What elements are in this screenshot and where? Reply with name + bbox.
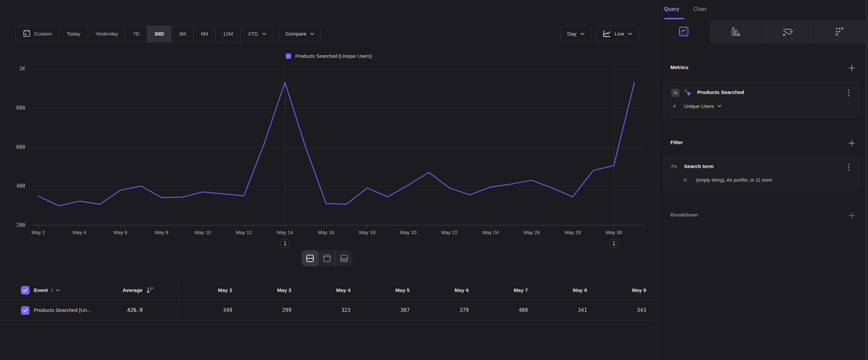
tab-query[interactable]: Query <box>664 6 679 12</box>
cell-value: 400 <box>469 300 528 320</box>
chart-only-view-button[interactable] <box>319 250 336 266</box>
aggregation-selector[interactable]: Unique Users <box>684 103 721 109</box>
event-column-header[interactable]: Event 1 <box>34 281 60 300</box>
x-axis-label: May 14 <box>277 229 293 235</box>
report-type-tab-grid-dots[interactable] <box>814 21 865 44</box>
chart-type-button[interactable]: Line <box>596 26 639 42</box>
cell-value: 307 <box>350 300 409 320</box>
x-axis-label: May 10 <box>195 229 211 235</box>
filter-heading: Filter <box>671 139 683 145</box>
cursor-click-icon <box>683 88 693 99</box>
y-axis-label: 200 <box>16 222 25 228</box>
date-column-header[interactable]: May 7 <box>469 281 528 300</box>
granularity-button[interactable]: Day <box>561 26 591 42</box>
range-12m[interactable]: 12M <box>216 26 241 42</box>
report-type-tab-insights-line-chart[interactable] <box>658 21 710 44</box>
filter-property-name[interactable]: Search term <box>684 163 714 169</box>
range-label: 7D <box>133 31 140 37</box>
range-yesterday[interactable]: Yesterday <box>88 26 126 42</box>
results-table: Event 1 Average May 2May 3May 4May 5May … <box>0 281 657 321</box>
query-sidebar: Query Chart Metrics A Products Searched … <box>658 0 865 360</box>
date-column-header[interactable]: May 5 <box>350 281 409 300</box>
x-axis-label: May 22 <box>441 229 458 235</box>
range-today[interactable]: Today <box>59 26 88 42</box>
x-axis-label: May 30 <box>606 229 622 235</box>
y-axis-label: 400 <box>16 183 25 189</box>
metric-menu-button[interactable] <box>845 89 852 97</box>
x-axis-label: May 26 <box>524 229 540 235</box>
aggregation-label: Unique Users <box>684 103 714 109</box>
line-chart[interactable]: 1K800600400200May 2May 4May 6May 8May 10… <box>0 65 657 257</box>
split-view-button[interactable] <box>302 250 319 266</box>
x-axis-label: May 28 <box>565 229 581 235</box>
date-column-header[interactable]: May 3 <box>232 281 291 300</box>
filter-operator[interactable]: Is <box>683 177 687 183</box>
scrollbar-track[interactable] <box>865 0 868 360</box>
x-axis-label: May 16 <box>318 229 334 235</box>
x-axis-label: May 2 <box>31 229 45 235</box>
chevron-down-icon <box>310 32 314 35</box>
x-axis-label: May 8 <box>155 229 168 235</box>
add-metric-button[interactable] <box>847 64 856 73</box>
compare-button[interactable]: Compare <box>279 26 321 42</box>
range-xtd[interactable]: XTD <box>241 26 274 42</box>
range-custom[interactable]: Custom <box>16 26 59 42</box>
line-chart-icon <box>603 30 611 37</box>
metric-card[interactable]: A Products Searched # Unique Users <box>664 81 859 117</box>
date-column-header[interactable]: May 2 <box>173 281 232 300</box>
metric-name[interactable]: Products Searched <box>697 89 744 95</box>
cell-value: 323 <box>291 300 350 320</box>
cell-value: 341 <box>528 300 587 320</box>
range-label: XTD <box>248 31 258 37</box>
event-count: 1 <box>51 287 53 293</box>
chevron-down-icon <box>628 32 632 35</box>
table-only-view-button[interactable] <box>336 250 352 266</box>
tab-chart[interactable]: Chart <box>693 6 706 12</box>
row-checkbox[interactable] <box>21 306 30 315</box>
check-icon <box>23 288 28 292</box>
date-column-header[interactable]: May 8 <box>528 281 587 300</box>
series-line-products-searched[interactable] <box>38 82 634 206</box>
chart-type-label: Line <box>615 31 624 37</box>
date-column-header[interactable]: May 6 <box>410 281 469 300</box>
average-label: Average <box>122 287 143 293</box>
report-type-tabs <box>658 21 865 44</box>
x-axis-label: May 24 <box>483 229 499 235</box>
date-range-group: CustomTodayYesterday7D30D3M6M12MXTD <box>15 26 274 42</box>
range-6m[interactable]: 6M <box>194 26 216 42</box>
add-breakdown-button[interactable] <box>847 211 856 220</box>
range-label: Today <box>67 31 80 37</box>
filter-card[interactable]: Aa Search term Is (empty string), Air pu… <box>664 156 859 190</box>
date-column-header[interactable]: May 9 <box>587 281 646 300</box>
granularity-label: Day <box>567 31 577 37</box>
plus-icon <box>848 139 856 147</box>
insights-report: CustomTodayYesterday7D30D3M6M12MXTD Comp… <box>0 0 868 360</box>
sort-descending-icon[interactable] <box>146 286 155 296</box>
report-type-tab-flows[interactable] <box>762 21 814 44</box>
annotation-badge-label: 1 <box>612 241 615 247</box>
chevron-down-icon <box>262 32 266 35</box>
range-7d[interactable]: 7D <box>126 26 147 42</box>
active-tab-underline <box>664 18 684 19</box>
range-30d[interactable]: 30D <box>147 26 172 42</box>
report-type-tab-bar-chart[interactable] <box>710 21 762 44</box>
date-column-header[interactable]: May 4 <box>291 281 350 300</box>
select-all-checkbox[interactable] <box>21 286 30 295</box>
filter-menu-button[interactable] <box>845 163 852 171</box>
chart-controls: Day Line <box>561 26 639 42</box>
add-filter-button[interactable] <box>847 139 856 147</box>
table-row[interactable]: Products Searched [Un... 426.9 349299323… <box>0 300 657 321</box>
x-axis-label: May 6 <box>114 229 127 235</box>
main-area: CustomTodayYesterday7D30D3M6M12MXTD Comp… <box>0 0 657 360</box>
range-3m[interactable]: 3M <box>172 26 194 42</box>
legend-swatch <box>286 53 291 59</box>
metric-letter-badge: A <box>672 89 680 97</box>
plus-icon <box>848 64 856 72</box>
range-label: 30D <box>155 31 164 37</box>
x-axis-label: May 20 <box>400 229 416 235</box>
average-column-header[interactable]: Average <box>80 281 143 300</box>
range-label: Yesterday <box>95 31 118 37</box>
filter-value[interactable]: (empty string), Air purifier, or 11 more <box>696 177 772 183</box>
bar-chart-icon <box>730 26 741 38</box>
calendar-icon <box>23 30 31 38</box>
